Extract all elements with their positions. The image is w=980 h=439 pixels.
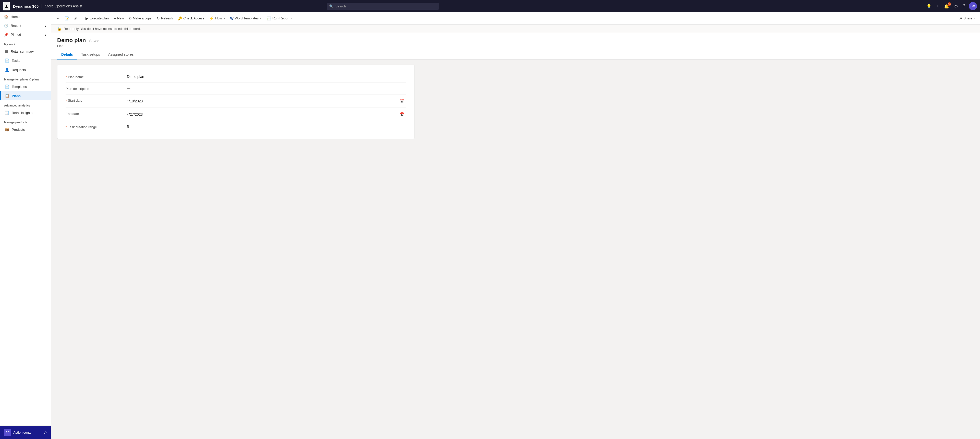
templates-icon: 📄 <box>5 85 9 89</box>
content-area: ← 📝 ⤢ ▶ Execute plan + New ⧉ Make a copy… <box>51 12 980 439</box>
avatar[interactable]: SM <box>969 2 977 10</box>
end-date-value: 4/27/2023 📅 <box>127 111 406 117</box>
advanced-analytics-section-label: Advanced analytics <box>0 101 51 108</box>
tasks-icon: 📄 <box>5 59 9 62</box>
nav-controls: ← 📝 ⤢ <box>53 14 81 22</box>
record-area: 🔒 Read-only: You don't have access to ed… <box>51 24 980 439</box>
execute-plan-icon: ▶ <box>86 16 88 21</box>
start-date-calendar-button[interactable]: 📅 <box>398 98 406 104</box>
record-header: Demo plan - Saved Plan <box>51 33 980 50</box>
end-date-calendar-button[interactable]: 📅 <box>398 111 406 117</box>
sidebar-item-retail-summary-label: Retail summary <box>11 49 34 53</box>
form-row-end-date: End date 4/27/2023 📅 <box>65 108 406 121</box>
flow-button[interactable]: ⚡ Flow ∨ <box>207 15 228 22</box>
sidebar-item-retail-insights-label: Retail insights <box>12 111 32 115</box>
run-report-button[interactable]: 📊 Run Report ∨ <box>264 15 295 22</box>
plan-description-text: --- <box>127 86 130 90</box>
sidebar-item-tasks[interactable]: 📄 Tasks <box>0 56 51 65</box>
notifications-button[interactable]: 🔔 10 <box>942 3 951 10</box>
refresh-icon: ↻ <box>157 16 160 21</box>
search-icon: 🔍 <box>329 4 333 8</box>
make-copy-label: Make a copy <box>133 16 151 20</box>
back-button[interactable]: ← <box>54 14 62 22</box>
run-report-chevron-icon: ∨ <box>291 17 293 20</box>
word-templates-button[interactable]: W Word Templates ∨ <box>228 15 264 22</box>
sidebar-item-requests[interactable]: 👤 Requests <box>0 65 51 74</box>
sidebar-item-recent[interactable]: 🕐 Recent ∨ <box>0 21 51 30</box>
start-date-required-indicator: * <box>65 99 67 102</box>
refresh-button[interactable]: ↻ Refresh <box>154 15 175 22</box>
home-icon: 🏠 <box>4 15 8 19</box>
app-name: Dynamics 365 <box>13 4 38 8</box>
task-creation-range-label: *Task creation range <box>65 125 127 129</box>
pinned-icon: 📌 <box>4 33 8 37</box>
run-report-icon: 📊 <box>267 16 271 21</box>
sidebar-item-pinned-label: Pinned <box>11 33 21 37</box>
read-only-banner: 🔒 Read-only: You don't have access to ed… <box>51 24 980 33</box>
sidebar-item-products-label: Products <box>12 128 25 131</box>
new-label: New <box>117 16 124 20</box>
expand-button[interactable]: ⤢ <box>72 14 80 22</box>
new-button[interactable]: + New <box>111 15 126 22</box>
check-access-button[interactable]: 🔑 Check Access <box>175 15 207 22</box>
record-type: Plan <box>57 44 974 48</box>
sidebar-item-home-label: Home <box>11 15 20 19</box>
word-templates-label: Word Templates <box>235 16 259 20</box>
flow-icon: ⚡ <box>209 16 213 21</box>
retail-insights-icon: 📊 <box>5 110 9 115</box>
start-date-text: 4/18/2023 <box>127 99 143 103</box>
end-date-text: 4/27/2023 <box>127 112 143 117</box>
record-saved-status: - Saved <box>87 39 99 43</box>
sidebar-item-recent-label: Recent <box>11 24 21 27</box>
search-input[interactable] <box>327 3 439 10</box>
record-title: Demo plan <box>57 37 86 43</box>
action-center-item[interactable]: AC Action center ◇ <box>0 425 51 439</box>
sidebar-item-home[interactable]: 🏠 Home <box>0 12 51 21</box>
settings-button[interactable]: ⚙ <box>953 3 959 10</box>
command-bar: ← 📝 ⤢ ▶ Execute plan + New ⧉ Make a copy… <box>51 12 980 24</box>
sidebar-item-retail-summary[interactable]: ▦ Retail summary <box>0 47 51 56</box>
tab-task-setups[interactable]: Task setups <box>77 50 104 59</box>
record-title-line: Demo plan - Saved <box>57 37 974 44</box>
execute-plan-button[interactable]: ▶ Execute plan <box>83 15 111 22</box>
tab-assigned-stores[interactable]: Assigned stores <box>104 50 138 59</box>
recent-chevron-icon: ∨ <box>44 24 47 27</box>
lightbulb-button[interactable]: 💡 <box>925 3 933 10</box>
retail-summary-icon: ▦ <box>5 49 8 53</box>
end-date-label: End date <box>65 111 127 116</box>
check-access-icon: 🔑 <box>178 16 182 21</box>
plan-name-text: Demo plan <box>127 75 144 79</box>
start-date-label: *Start date <box>65 98 127 102</box>
start-date-value: 4/18/2023 📅 <box>127 98 406 104</box>
share-label: Share <box>963 16 972 20</box>
action-center-pin-icon: ◇ <box>44 430 47 435</box>
lock-icon: 🔒 <box>57 27 62 30</box>
share-button[interactable]: ↗ Share ∨ <box>956 15 978 22</box>
help-button[interactable]: ? <box>961 3 967 10</box>
sidebar-item-plans-label: Plans <box>12 94 21 98</box>
tab-details[interactable]: Details <box>57 50 77 59</box>
waffle-menu-button[interactable]: ⊞ <box>3 2 10 11</box>
make-copy-button[interactable]: ⧉ Make a copy <box>126 14 154 22</box>
add-button[interactable]: + <box>935 3 940 10</box>
flow-chevron-icon: ∨ <box>223 17 225 20</box>
sidebar-item-products[interactable]: 📦 Products <box>0 125 51 134</box>
action-center-label: Action center <box>13 431 33 434</box>
word-templates-chevron-icon: ∨ <box>260 17 262 20</box>
make-copy-icon: ⧉ <box>129 16 131 21</box>
products-icon: 📦 <box>5 128 9 131</box>
action-center-badge: AC <box>4 429 11 436</box>
word-templates-icon: W <box>230 16 234 21</box>
top-navigation: ⊞ Dynamics 365 Store Operations Assist 🔍… <box>0 0 980 12</box>
notes-button[interactable]: 📝 <box>63 14 71 22</box>
plan-name-required-indicator: * <box>65 75 67 79</box>
sidebar-item-templates[interactable]: 📄 Templates <box>0 82 51 91</box>
form-row-plan-description: Plan description --- <box>65 83 406 94</box>
sidebar-item-pinned[interactable]: 📌 Pinned ∨ <box>0 30 51 39</box>
record-body: *Plan name Demo plan Plan description --… <box>51 59 980 439</box>
sidebar-item-plans[interactable]: 📋 Plans <box>0 91 51 101</box>
plan-name-label: *Plan name <box>65 75 127 79</box>
sidebar-item-retail-insights[interactable]: 📊 Retail insights <box>0 108 51 117</box>
task-creation-range-required-indicator: * <box>65 125 67 129</box>
task-creation-range-value: 5 <box>127 125 406 129</box>
